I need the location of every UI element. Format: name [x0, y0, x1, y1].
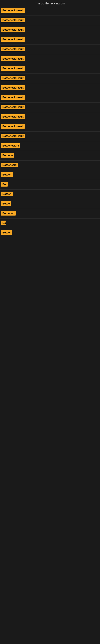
bottleneck-bar: Bottleneck re	[1, 143, 20, 148]
bottleneck-bar: Bottleneck result	[1, 76, 25, 80]
bottleneck-bar: Bottleneck result	[1, 27, 25, 32]
bottleneck-bar: Bottleneck result	[1, 105, 25, 109]
bottleneck-bar: Bottleneck result	[1, 66, 25, 71]
bottleneck-bar: Bottleneck result	[1, 85, 25, 90]
bar-row: Bottleneck result	[0, 112, 100, 122]
bar-row: Bottler	[0, 228, 100, 238]
site-title: TheBottlenecker.com	[0, 0, 100, 6]
bar-row: Bo	[0, 218, 100, 228]
bottleneck-bar: Bottleneck result	[1, 134, 25, 138]
bottleneck-bar: Bottleneck result	[1, 124, 25, 128]
bar-row: Bottleneck result	[0, 83, 100, 93]
bar-row: Bottlenec	[0, 209, 100, 218]
bar-row: Bottlen	[0, 170, 100, 180]
bottleneck-bar: Bot	[1, 182, 8, 186]
bottleneck-bar: Bottleneck result	[1, 18, 25, 22]
bottleneck-bar: Bo	[1, 220, 6, 225]
bar-row: Bot	[0, 180, 100, 190]
bar-row: Bottleneck result	[0, 25, 100, 35]
bar-row: Bottleneck result	[0, 64, 100, 74]
bottleneck-bar: Bottler	[1, 230, 12, 235]
bar-row: Bottle	[0, 199, 100, 209]
bottleneck-bar: Bottleneck result	[1, 114, 25, 119]
bottleneck-bar: Bottleneck result	[1, 8, 25, 13]
bars-container: Bottleneck resultBottleneck resultBottle…	[0, 6, 100, 238]
bottleneck-bar: Bottleneck result	[1, 37, 25, 42]
bar-row: Bottlene	[0, 151, 100, 160]
bottleneck-bar: Bottleneck result	[1, 95, 25, 100]
bar-row: Bottleneck result	[0, 35, 100, 45]
bar-row: Bottlen	[0, 190, 100, 199]
bar-row: Bottleneck result	[0, 122, 100, 132]
bar-row: Bottleneck result	[0, 93, 100, 103]
bottleneck-bar: Bottlen	[1, 172, 13, 177]
bar-row: Bottleneck result	[0, 45, 100, 54]
bar-row: Bottleneck result	[0, 132, 100, 141]
bottleneck-bar: Bottlene	[1, 153, 14, 158]
bottleneck-bar: Bottle	[1, 201, 11, 206]
bottleneck-bar: Bottlen	[1, 192, 13, 196]
bottleneck-bar: Bottlenec	[1, 211, 16, 216]
bottleneck-bar: Bottleneck result	[1, 56, 25, 61]
bottleneck-bar: Bottleneck r	[1, 162, 18, 167]
bar-row: Bottleneck result	[0, 54, 100, 64]
bar-row: Bottleneck re	[0, 141, 100, 151]
bottleneck-bar: Bottleneck result	[1, 47, 25, 51]
bar-row: Bottleneck result	[0, 16, 100, 25]
bar-row: Bottleneck result	[0, 74, 100, 83]
bar-row: Bottleneck result	[0, 6, 100, 16]
bar-row: Bottleneck r	[0, 160, 100, 170]
bar-row: Bottleneck result	[0, 103, 100, 112]
